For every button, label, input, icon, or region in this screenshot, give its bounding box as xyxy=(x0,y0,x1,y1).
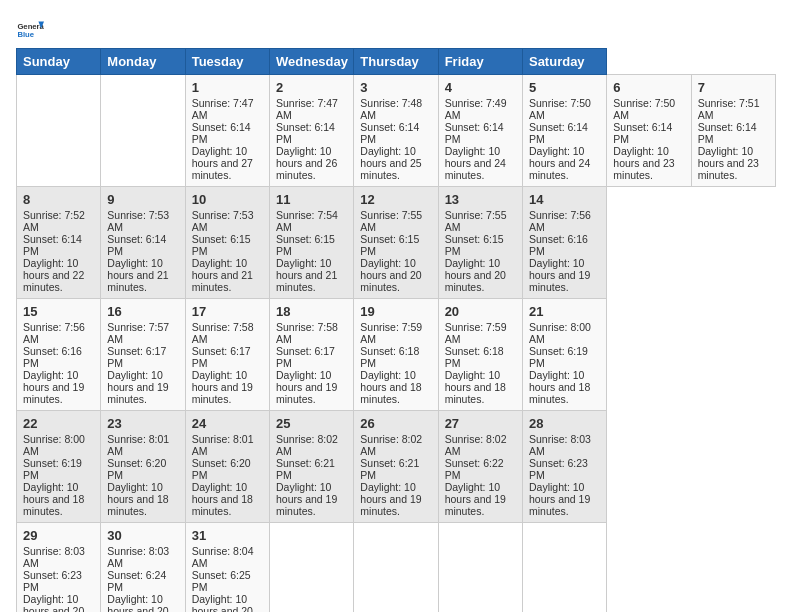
daylight-text: Daylight: 10 hours and 18 minutes. xyxy=(529,369,600,405)
calendar-cell: 14Sunrise: 7:56 AMSunset: 6:16 PMDayligh… xyxy=(522,187,606,299)
calendar-header-wednesday: Wednesday xyxy=(269,49,353,75)
day-number: 26 xyxy=(360,416,431,431)
sunset-text: Sunset: 6:17 PM xyxy=(107,345,178,369)
sunrise-text: Sunrise: 7:50 AM xyxy=(613,97,684,121)
daylight-text: Daylight: 10 hours and 23 minutes. xyxy=(613,145,684,181)
day-number: 21 xyxy=(529,304,600,319)
day-number: 22 xyxy=(23,416,94,431)
daylight-text: Daylight: 10 hours and 18 minutes. xyxy=(192,481,263,517)
sunset-text: Sunset: 6:14 PM xyxy=(698,121,769,145)
sunrise-text: Sunrise: 8:04 AM xyxy=(192,545,263,569)
calendar-cell: 13Sunrise: 7:55 AMSunset: 6:15 PMDayligh… xyxy=(438,187,522,299)
calendar-week-row: 1Sunrise: 7:47 AMSunset: 6:14 PMDaylight… xyxy=(17,75,776,187)
daylight-text: Daylight: 10 hours and 24 minutes. xyxy=(445,145,516,181)
sunset-text: Sunset: 6:16 PM xyxy=(529,233,600,257)
daylight-text: Daylight: 10 hours and 24 minutes. xyxy=(529,145,600,181)
sunset-text: Sunset: 6:17 PM xyxy=(192,345,263,369)
daylight-text: Daylight: 10 hours and 20 minutes. xyxy=(23,593,94,612)
sunset-text: Sunset: 6:24 PM xyxy=(107,569,178,593)
calendar-header-row: SundayMondayTuesdayWednesdayThursdayFrid… xyxy=(17,49,776,75)
calendar-body: 1Sunrise: 7:47 AMSunset: 6:14 PMDaylight… xyxy=(17,75,776,613)
daylight-text: Daylight: 10 hours and 23 minutes. xyxy=(698,145,769,181)
day-number: 19 xyxy=(360,304,431,319)
sunrise-text: Sunrise: 7:56 AM xyxy=(529,209,600,233)
day-number: 30 xyxy=(107,528,178,543)
calendar-cell: 30Sunrise: 8:03 AMSunset: 6:24 PMDayligh… xyxy=(101,523,185,613)
day-number: 18 xyxy=(276,304,347,319)
sunset-text: Sunset: 6:14 PM xyxy=(276,121,347,145)
svg-text:Blue: Blue xyxy=(17,30,34,39)
day-number: 27 xyxy=(445,416,516,431)
sunset-text: Sunset: 6:14 PM xyxy=(107,233,178,257)
calendar-cell: 18Sunrise: 7:58 AMSunset: 6:17 PMDayligh… xyxy=(269,299,353,411)
daylight-text: Daylight: 10 hours and 20 minutes. xyxy=(107,593,178,612)
sunrise-text: Sunrise: 8:02 AM xyxy=(276,433,347,457)
day-number: 1 xyxy=(192,80,263,95)
calendar-header-thursday: Thursday xyxy=(354,49,438,75)
sunset-text: Sunset: 6:25 PM xyxy=(192,569,263,593)
sunrise-text: Sunrise: 7:59 AM xyxy=(445,321,516,345)
calendar-header-monday: Monday xyxy=(101,49,185,75)
daylight-text: Daylight: 10 hours and 20 minutes. xyxy=(360,257,431,293)
calendar-cell: 6Sunrise: 7:50 AMSunset: 6:14 PMDaylight… xyxy=(607,75,691,187)
daylight-text: Daylight: 10 hours and 18 minutes. xyxy=(445,369,516,405)
daylight-text: Daylight: 10 hours and 19 minutes. xyxy=(360,481,431,517)
day-number: 5 xyxy=(529,80,600,95)
sunrise-text: Sunrise: 8:03 AM xyxy=(107,545,178,569)
sunrise-text: Sunrise: 8:02 AM xyxy=(360,433,431,457)
sunrise-text: Sunrise: 7:56 AM xyxy=(23,321,94,345)
sunset-text: Sunset: 6:18 PM xyxy=(445,345,516,369)
calendar-cell: 11Sunrise: 7:54 AMSunset: 6:15 PMDayligh… xyxy=(269,187,353,299)
sunset-text: Sunset: 6:21 PM xyxy=(360,457,431,481)
sunrise-text: Sunrise: 7:49 AM xyxy=(445,97,516,121)
sunset-text: Sunset: 6:19 PM xyxy=(23,457,94,481)
sunrise-text: Sunrise: 8:03 AM xyxy=(23,545,94,569)
sunrise-text: Sunrise: 7:47 AM xyxy=(192,97,263,121)
calendar-cell: 23Sunrise: 8:01 AMSunset: 6:20 PMDayligh… xyxy=(101,411,185,523)
sunrise-text: Sunrise: 8:01 AM xyxy=(107,433,178,457)
sunrise-text: Sunrise: 7:59 AM xyxy=(360,321,431,345)
calendar-cell: 15Sunrise: 7:56 AMSunset: 6:16 PMDayligh… xyxy=(17,299,101,411)
sunset-text: Sunset: 6:20 PM xyxy=(107,457,178,481)
calendar-cell: 31Sunrise: 8:04 AMSunset: 6:25 PMDayligh… xyxy=(185,523,269,613)
daylight-text: Daylight: 10 hours and 18 minutes. xyxy=(360,369,431,405)
sunrise-text: Sunrise: 7:58 AM xyxy=(192,321,263,345)
day-number: 29 xyxy=(23,528,94,543)
sunrise-text: Sunrise: 7:54 AM xyxy=(276,209,347,233)
calendar-cell: 28Sunrise: 8:03 AMSunset: 6:23 PMDayligh… xyxy=(522,411,606,523)
calendar-header-sunday: Sunday xyxy=(17,49,101,75)
calendar-table: SundayMondayTuesdayWednesdayThursdayFrid… xyxy=(16,48,776,612)
sunset-text: Sunset: 6:16 PM xyxy=(23,345,94,369)
calendar-cell: 7Sunrise: 7:51 AMSunset: 6:14 PMDaylight… xyxy=(691,75,775,187)
sunrise-text: Sunrise: 7:55 AM xyxy=(445,209,516,233)
sunset-text: Sunset: 6:14 PM xyxy=(613,121,684,145)
sunset-text: Sunset: 6:20 PM xyxy=(192,457,263,481)
sunset-text: Sunset: 6:19 PM xyxy=(529,345,600,369)
sunrise-text: Sunrise: 7:53 AM xyxy=(192,209,263,233)
daylight-text: Daylight: 10 hours and 19 minutes. xyxy=(276,481,347,517)
logo: General Blue xyxy=(16,16,48,44)
calendar-cell: 10Sunrise: 7:53 AMSunset: 6:15 PMDayligh… xyxy=(185,187,269,299)
daylight-text: Daylight: 10 hours and 25 minutes. xyxy=(360,145,431,181)
calendar-week-row: 8Sunrise: 7:52 AMSunset: 6:14 PMDaylight… xyxy=(17,187,776,299)
sunrise-text: Sunrise: 7:57 AM xyxy=(107,321,178,345)
sunrise-text: Sunrise: 7:52 AM xyxy=(23,209,94,233)
calendar-cell: 2Sunrise: 7:47 AMSunset: 6:14 PMDaylight… xyxy=(269,75,353,187)
day-number: 10 xyxy=(192,192,263,207)
calendar-cell: 17Sunrise: 7:58 AMSunset: 6:17 PMDayligh… xyxy=(185,299,269,411)
sunset-text: Sunset: 6:15 PM xyxy=(360,233,431,257)
day-number: 17 xyxy=(192,304,263,319)
day-number: 2 xyxy=(276,80,347,95)
day-number: 25 xyxy=(276,416,347,431)
day-number: 24 xyxy=(192,416,263,431)
calendar-cell: 24Sunrise: 8:01 AMSunset: 6:20 PMDayligh… xyxy=(185,411,269,523)
sunrise-text: Sunrise: 7:51 AM xyxy=(698,97,769,121)
daylight-text: Daylight: 10 hours and 27 minutes. xyxy=(192,145,263,181)
sunrise-text: Sunrise: 8:03 AM xyxy=(529,433,600,457)
calendar-cell: 4Sunrise: 7:49 AMSunset: 6:14 PMDaylight… xyxy=(438,75,522,187)
day-number: 16 xyxy=(107,304,178,319)
calendar-cell xyxy=(269,523,353,613)
daylight-text: Daylight: 10 hours and 18 minutes. xyxy=(23,481,94,517)
day-number: 12 xyxy=(360,192,431,207)
calendar-cell xyxy=(101,75,185,187)
